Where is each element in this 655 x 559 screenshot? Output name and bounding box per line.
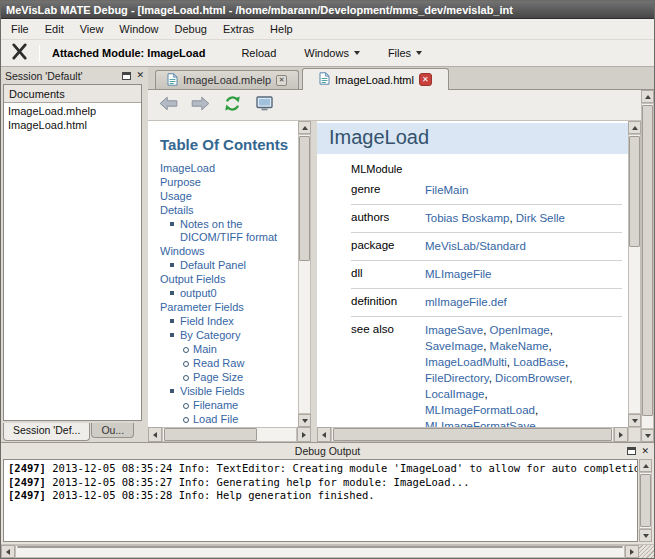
doc-link[interactable]: MeVisLab/Standard	[425, 240, 526, 252]
reload-button[interactable]: Reload	[231, 43, 286, 63]
info-label: definition	[351, 294, 425, 310]
doc-link[interactable]: FileDirectory	[425, 372, 489, 384]
dock-tab[interactable]: Ou...	[91, 423, 134, 438]
toc-item: Notes on the DICOM/TIFF format	[170, 218, 296, 243]
window-titlebar[interactable]: MeVisLab MATE Debug - [ImageLoad.html - …	[1, 1, 654, 19]
session-dock-header[interactable]: Session 'Default'	[1, 67, 148, 84]
scroll-track[interactable]	[641, 103, 654, 429]
scroll-left-button[interactable]	[317, 427, 331, 442]
toc-link[interactable]: Windows	[160, 245, 205, 258]
menu-help[interactable]: Help	[262, 21, 301, 37]
menu-debug[interactable]: Debug	[166, 21, 214, 37]
close-dock-icon[interactable]	[136, 71, 144, 80]
info-row: dllMLImageFile	[351, 261, 622, 289]
scroll-thumb[interactable]	[642, 105, 653, 416]
float-dock-icon[interactable]	[122, 72, 131, 80]
doc-link[interactable]: MLImageFile	[425, 268, 491, 280]
attach-module-button[interactable]	[6, 41, 33, 65]
toc-link[interactable]: Parameter Fields	[160, 301, 244, 314]
doc-link[interactable]: ImageSave	[425, 324, 483, 336]
scroll-thumb[interactable]	[164, 428, 257, 441]
toc-item: Visible Fields	[170, 385, 296, 398]
toc-link[interactable]: Field Index	[180, 315, 234, 328]
toc-link[interactable]: Default Panel	[180, 259, 246, 272]
toc-link[interactable]: By Category	[180, 329, 241, 342]
scroll-track[interactable]	[298, 134, 311, 414]
editor-tab[interactable]: ImageLoad.mhelp	[155, 70, 299, 89]
info-value: mlImageFile.def	[425, 294, 600, 310]
menu-extras[interactable]: Extras	[215, 21, 262, 37]
scroll-right-button[interactable]	[614, 427, 628, 442]
float-dock-icon[interactable]	[627, 447, 636, 455]
toc-link[interactable]: Usage	[160, 190, 192, 203]
doc-link[interactable]: MLImageFormatSave	[425, 420, 536, 427]
editor-tab[interactable]: ImageLoad.html	[302, 68, 449, 90]
debug-dock-header[interactable]: Debug Output	[1, 443, 654, 459]
documents-header[interactable]: Documents	[4, 85, 141, 103]
doc-link[interactable]: FileMain	[425, 184, 468, 196]
scroll-up-button[interactable]	[628, 121, 641, 134]
windows-menu-button[interactable]: Windows	[294, 43, 370, 63]
forward-button[interactable]	[188, 94, 212, 116]
scroll-down-button[interactable]	[639, 529, 652, 542]
scroll-thumb[interactable]	[640, 474, 651, 527]
scroll-track[interactable]	[15, 545, 625, 558]
toc-link[interactable]: output0	[180, 287, 217, 300]
doc-link[interactable]: Tobias Boskamp	[425, 212, 509, 224]
scroll-thumb[interactable]	[17, 546, 623, 548]
scroll-track[interactable]	[331, 427, 614, 442]
open-in-browser-button[interactable]	[252, 94, 276, 116]
scroll-left-button[interactable]	[148, 427, 162, 442]
doc-link[interactable]: LocalImage	[425, 388, 484, 400]
scroll-up-button[interactable]	[298, 121, 311, 134]
doc-link[interactable]: ImageLoadMulti	[425, 356, 507, 368]
toc-link[interactable]: Filename	[193, 399, 238, 412]
dock-tab[interactable]: Session 'Def...	[3, 423, 90, 441]
close-dock-icon[interactable]	[641, 447, 649, 456]
files-menu-button[interactable]: Files	[378, 43, 432, 63]
scroll-left-button[interactable]	[1, 545, 15, 558]
scroll-track[interactable]	[639, 472, 652, 529]
toc-link[interactable]: Details	[160, 204, 194, 217]
tab-close-icon[interactable]	[419, 73, 432, 86]
toc-link[interactable]: Load File	[193, 413, 238, 426]
toc-link[interactable]: Main	[193, 343, 217, 356]
menu-window[interactable]: Window	[111, 21, 166, 37]
scroll-right-button[interactable]	[625, 545, 639, 558]
doc-link[interactable]: mlImageFile.def	[425, 296, 507, 308]
scroll-track[interactable]	[162, 427, 297, 442]
doc-link[interactable]: Dirk Selle	[516, 212, 565, 224]
scroll-down-button[interactable]	[298, 414, 311, 427]
menu-file[interactable]: File	[3, 21, 37, 37]
doc-link[interactable]: MLImageFormatLoad	[425, 404, 535, 416]
doc-link[interactable]: LoadBase	[513, 356, 565, 368]
doc-link[interactable]: DicomBrowser	[495, 372, 569, 384]
document-list-item[interactable]: ImageLoad.html	[4, 118, 141, 132]
toc-link[interactable]: Output Fields	[160, 273, 225, 286]
toc-link[interactable]: Read Raw	[193, 357, 244, 370]
scroll-up-button[interactable]	[641, 90, 654, 103]
toc-link[interactable]: Page Size	[193, 371, 243, 384]
doc-link[interactable]: OpenImage	[490, 324, 550, 336]
menu-edit[interactable]: Edit	[37, 21, 72, 37]
doc-link[interactable]: SaveImage	[425, 340, 483, 352]
scroll-thumb[interactable]	[299, 136, 310, 261]
toc-link[interactable]: Purpose	[160, 176, 201, 189]
scroll-thumb[interactable]	[333, 428, 612, 441]
scroll-track[interactable]	[628, 134, 641, 414]
tab-close-icon[interactable]	[276, 75, 287, 86]
scroll-up-button[interactable]	[639, 459, 652, 472]
scroll-down-button[interactable]	[628, 414, 641, 427]
toc-link[interactable]: Notes on the DICOM/TIFF format	[180, 218, 296, 243]
resize-grip[interactable]	[639, 545, 654, 558]
back-button[interactable]	[156, 94, 180, 116]
refresh-button[interactable]	[220, 94, 244, 116]
toc-link[interactable]: ImageLoad	[160, 162, 215, 175]
scroll-right-button[interactable]	[297, 427, 311, 442]
doc-link[interactable]: MakeName	[490, 340, 549, 352]
menu-view[interactable]: View	[72, 21, 112, 37]
scroll-down-button[interactable]	[641, 429, 654, 442]
scroll-thumb[interactable]	[629, 136, 640, 247]
document-list-item[interactable]: ImageLoad.mhelp	[4, 104, 141, 118]
toc-link[interactable]: Visible Fields	[180, 385, 245, 398]
